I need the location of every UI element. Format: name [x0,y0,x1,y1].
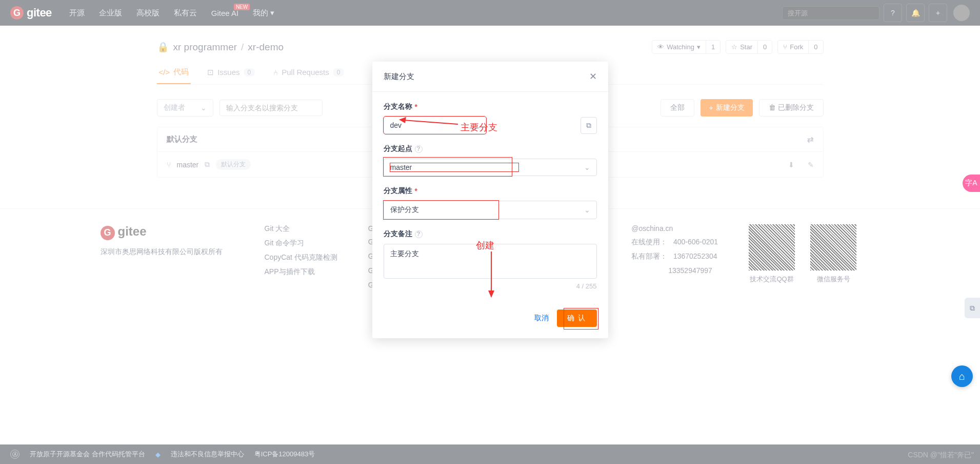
branch-start-select[interactable]: master ⌄ [384,159,597,176]
branch-start-label: 分支起点? [384,144,597,153]
watermark: CSDN @"惜若"奔已" [908,451,974,460]
chevron-down-icon: ⌄ [584,206,590,214]
confirm-button[interactable]: 确 认 [557,310,597,327]
branch-attr-label: 分支属性* [384,186,597,196]
branch-note-input[interactable] [384,244,597,279]
modal-title: 新建分支 [384,72,414,82]
branch-attr-select[interactable]: 保护分支 ⌄ [384,201,597,219]
cancel-button[interactable]: 取消 [534,314,549,323]
close-icon[interactable]: ✕ [589,71,597,82]
copy-button[interactable]: ⧉ [581,117,597,134]
float-side-icon[interactable]: ⧉ [965,298,980,318]
char-count: 4 / 255 [384,282,597,290]
branch-name-input[interactable] [384,117,486,134]
chevron-down-icon: ⌄ [584,163,590,171]
float-translate-icon[interactable]: 字A [963,175,980,192]
new-branch-modal: 新建分支 ✕ 分支名称* ⧉ 分支起点? master ⌄ 分支属性* 保护分支… [372,62,608,338]
float-home-icon[interactable]: ⌂ [951,365,973,387]
help-icon[interactable]: ? [415,230,423,238]
branch-note-label: 分支备注? [384,229,597,239]
branch-name-label: 分支名称* [384,102,597,111]
help-icon[interactable]: ? [415,145,423,153]
